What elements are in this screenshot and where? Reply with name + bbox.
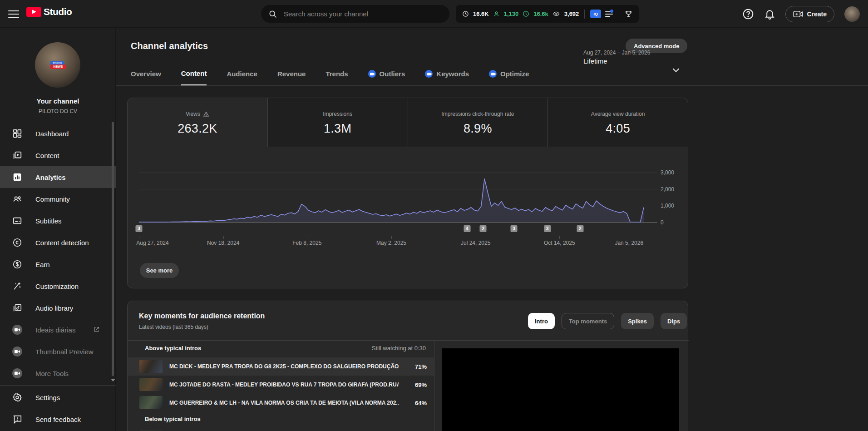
filter-spikes-button[interactable]: Spikes [621, 313, 654, 329]
video-row[interactable]: MC JOTADE DO RASTA - MEDLEY PROIBIDAO VS… [128, 376, 434, 394]
see-more-button[interactable]: See more [140, 263, 179, 278]
x-axis-label: Feb 8, 2025 [292, 240, 321, 246]
top-bar: Studio 16.6K 1,130 16.6k 3,692 IQ [0, 0, 868, 28]
tab-audience[interactable]: Audience [227, 68, 257, 86]
avatar-news-sticker: BreakingNEWS [50, 61, 66, 69]
views-value: 3,692 [564, 10, 579, 17]
sidebar-item-content-detection[interactable]: Content detection [0, 232, 116, 253]
tab-content[interactable]: Content [181, 68, 207, 86]
video-row[interactable]: MC DICK - MEDLEY PRA TROPA DO G8 2K25 - … [128, 357, 434, 376]
trophy-icon[interactable] [625, 10, 632, 18]
sidebar-item-community[interactable]: Community [0, 188, 116, 210]
metric-tab-impressions[interactable]: Impressions 1.3M [267, 98, 408, 147]
chevron-down-icon[interactable] [671, 65, 681, 75]
tab-optimize[interactable]: Optimize [489, 68, 529, 86]
x-axis-tick [391, 236, 392, 239]
video-row-partial[interactable] [128, 428, 434, 431]
sidebar-item-label: More Tools [35, 370, 69, 377]
sidebar-item-label: Content [35, 152, 59, 159]
key-moments-subtitle: Latest videos (last 365 days) [139, 324, 208, 330]
key-moments-title: Key moments for audience retention [139, 312, 265, 320]
sidebar-scroll-down-arrow[interactable] [111, 379, 115, 381]
studio-logo-text: Studio [44, 6, 72, 17]
metric-tab-ctr[interactable]: Impressions click-through rate 8.9% [408, 98, 548, 147]
chart-marker-badge[interactable]: 2 [480, 225, 487, 232]
analytics-summary-card: Views 263.2K Impressions 1.3M Impression… [127, 98, 688, 288]
channel-stats-pill[interactable]: 16.6K 1,130 16.6k 3,692 IQ [456, 5, 639, 23]
tab-trends[interactable]: Trends [326, 68, 348, 86]
vidiq-badge-icon[interactable]: IQ [590, 10, 601, 18]
sidebar-item-subtitles[interactable]: Subtitles [0, 210, 116, 232]
sidebar-item-label: Subtitles [35, 217, 62, 225]
youtube-studio-logo[interactable]: Studio [26, 6, 72, 17]
video-thumbnail [139, 360, 163, 373]
tab-overview[interactable]: Overview [131, 68, 161, 86]
sidebar-item-label: Thumbnail Preview [35, 348, 94, 356]
vidiq-gray-icon [12, 324, 23, 335]
vidiq-blue-icon [368, 70, 376, 78]
filter-intro-button[interactable]: Intro [528, 313, 555, 329]
date-range-selector[interactable]: Aug 27, 2024 – Jan 5, 2026 Lifetime [583, 50, 765, 65]
account-avatar[interactable] [844, 6, 860, 22]
subtitles-icon [12, 215, 23, 226]
sidebar-item-send-feedback[interactable]: Send feedback [0, 408, 116, 430]
sidebar-item-more-tools[interactable]: More Tools [0, 362, 116, 384]
sidebar-item-analytics[interactable]: Analytics [0, 166, 116, 188]
video-player[interactable] [442, 348, 679, 431]
tab-keywords[interactable]: Keywords [425, 68, 469, 86]
create-label: Create [807, 10, 827, 18]
filter-top-moments-button[interactable]: Top moments [562, 313, 614, 329]
vidiq-gray-icon [12, 368, 23, 379]
channel-avatar[interactable]: BreakingNEWS [35, 42, 80, 88]
stats-list-icon[interactable] [605, 10, 613, 18]
video-thumbnail [139, 396, 163, 409]
chart-marker-badge[interactable]: 3 [136, 225, 143, 232]
sidebar-item-settings[interactable]: Settings [0, 386, 116, 408]
channel-name: Your channel [0, 97, 116, 105]
chart-x-labels: Aug 27, 2024Nov 18, 2024Feb 8, 2025May 2… [139, 240, 644, 247]
group-header-below: Below typical intros [145, 416, 201, 422]
filter-dips-button[interactable]: Dips [661, 313, 687, 329]
search-input[interactable] [284, 10, 434, 18]
views-line-chart [139, 164, 644, 222]
chart-markers: 342332 [139, 225, 644, 232]
channel-search-bar[interactable] [261, 5, 449, 23]
sidebar-item-customization[interactable]: Customization [0, 275, 116, 297]
sidebar-scrollbar[interactable] [112, 122, 114, 376]
x-axis-tick [307, 236, 307, 239]
video-row[interactable]: MC GUERREIRO & MC LH - NA VILA NORMA OS … [128, 394, 434, 412]
tab-revenue[interactable]: Revenue [277, 68, 306, 86]
retention-value: 69% [415, 381, 427, 388]
chart-marker-badge[interactable]: 4 [464, 225, 470, 232]
topbar-actions: Create [742, 0, 860, 28]
chart-marker-badge[interactable]: 2 [577, 225, 583, 232]
external-link-icon [93, 326, 100, 333]
tab-outliers[interactable]: Outliers [368, 68, 405, 86]
x-axis-tick [559, 236, 560, 239]
y-axis-label: 2,000 [661, 186, 674, 193]
chart-marker-badge[interactable]: 3 [544, 225, 551, 232]
x-axis-label: Jan 5, 2026 [615, 240, 643, 246]
divider [584, 10, 585, 19]
sidebar-item-earn[interactable]: Earn [0, 253, 116, 275]
sidebar-item-audio-library[interactable]: Audio library [0, 297, 116, 319]
main-content: Channel analytics Advanced mode Overview… [116, 28, 868, 431]
sidebar-item-thumbnail-preview[interactable]: Thumbnail Preview [0, 341, 116, 362]
metric-tab-avg-view-duration[interactable]: Average view duration 4:05 [547, 98, 688, 147]
sidebar-item-ideais-diarias[interactable]: Ideais diárias [0, 319, 116, 341]
date-range-text: Aug 27, 2024 – Jan 5, 2026 [583, 50, 765, 56]
sidebar-item-content[interactable]: Content [0, 144, 116, 166]
notifications-bell-icon[interactable] [764, 8, 775, 20]
chart-x-axis [139, 236, 654, 236]
create-button[interactable]: Create [785, 6, 834, 22]
vidiq-blue-icon [489, 70, 497, 78]
chart-marker-badge[interactable]: 3 [511, 225, 518, 232]
video-thumbnail [139, 378, 163, 391]
metric-tab-views[interactable]: Views 263.2K [128, 98, 267, 147]
hamburger-menu-icon[interactable] [8, 8, 19, 19]
x-axis-label: Nov 18, 2024 [207, 240, 239, 246]
help-icon[interactable] [742, 8, 754, 20]
sidebar-item-label: Settings [35, 394, 60, 401]
date-period-label: Lifetime [583, 57, 765, 65]
sidebar-item-dashboard[interactable]: Dashboard [0, 123, 116, 144]
